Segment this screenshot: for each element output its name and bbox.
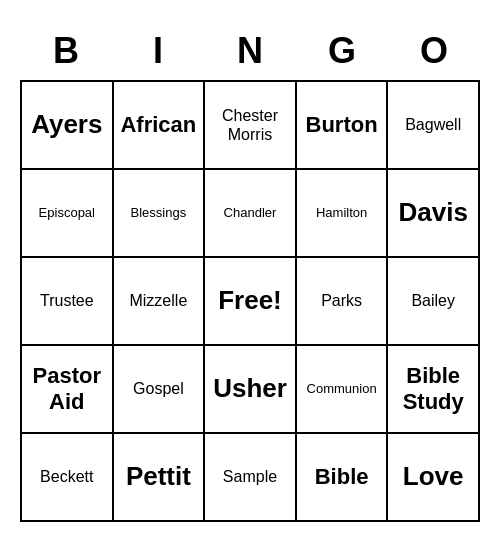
cell-r4-c1: Pettit [114,434,206,522]
cell-text: Bailey [411,291,455,310]
cell-text: Davis [398,197,467,228]
header-letter: N [204,22,296,80]
cell-text: Burton [306,112,378,138]
cell-r1-c1: Blessings [114,170,206,258]
cell-r3-c4: Bible Study [388,346,480,434]
cell-text: Mizzelle [129,291,187,310]
cell-text: Ayers [31,109,102,140]
cell-r1-c3: Hamilton [297,170,389,258]
bingo-grid: AyersAfricanChester MorrisBurtonBagwellE… [20,80,480,522]
cell-r2-c1: Mizzelle [114,258,206,346]
cell-r2-c2: Free! [205,258,297,346]
cell-r1-c0: Episcopal [22,170,114,258]
cell-text: Parks [321,291,362,310]
header-letter: I [112,22,204,80]
bingo-card: BINGO AyersAfricanChester MorrisBurtonBa… [20,22,480,522]
cell-r3-c3: Communion [297,346,389,434]
cell-text: Episcopal [39,205,95,221]
cell-text: Trustee [40,291,94,310]
cell-text: Blessings [131,205,187,221]
cell-r4-c3: Bible [297,434,389,522]
cell-r2-c0: Trustee [22,258,114,346]
cell-r0-c3: Burton [297,82,389,170]
cell-text: Pettit [126,461,191,492]
cell-r1-c4: Davis [388,170,480,258]
cell-r0-c0: Ayers [22,82,114,170]
cell-r2-c4: Bailey [388,258,480,346]
cell-r3-c2: Usher [205,346,297,434]
cell-r4-c4: Love [388,434,480,522]
cell-text: Usher [213,373,287,404]
cell-r3-c0: Pastor Aid [22,346,114,434]
cell-r0-c4: Bagwell [388,82,480,170]
cell-text: Free! [218,285,282,316]
cell-text: African [120,112,196,138]
cell-text: Hamilton [316,205,367,221]
header-letter: B [20,22,112,80]
cell-r4-c2: Sample [205,434,297,522]
cell-text: Bible [315,464,369,490]
cell-text: Bible Study [392,363,474,416]
cell-text: Gospel [133,379,184,398]
cell-text: Pastor Aid [26,363,108,416]
cell-r0-c2: Chester Morris [205,82,297,170]
cell-text: Bagwell [405,115,461,134]
cell-r2-c3: Parks [297,258,389,346]
cell-r1-c2: Chandler [205,170,297,258]
cell-text: Chandler [224,205,277,221]
bingo-header: BINGO [20,22,480,80]
header-letter: G [296,22,388,80]
cell-text: Love [403,461,464,492]
cell-r3-c1: Gospel [114,346,206,434]
cell-text: Sample [223,467,277,486]
cell-r4-c0: Beckett [22,434,114,522]
cell-r0-c1: African [114,82,206,170]
cell-text: Chester Morris [209,106,291,144]
cell-text: Beckett [40,467,93,486]
cell-text: Communion [307,381,377,397]
header-letter: O [388,22,480,80]
